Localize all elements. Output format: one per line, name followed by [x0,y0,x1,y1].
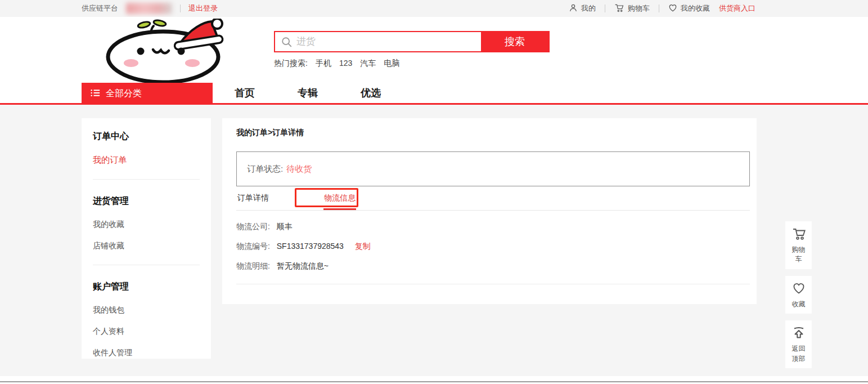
footer-strip [0,376,868,384]
logistics-info-section: 物流公司: 顺丰 物流编号: SF1331737928543 复制 物流明细: … [236,211,750,284]
divider [93,265,200,265]
float-toolbar: 购物车 收藏 返回顶部 [785,221,812,368]
sidebar-item-personal-profile[interactable]: 个人资料 [93,327,200,337]
nav-links: 首页 专辑 优选 [235,83,424,103]
active-tab-underline [323,208,356,210]
logistics-detail-value: 暂无物流信息~ [277,261,329,270]
logistics-company-value: 顺丰 [277,222,293,231]
page: 供应链平台 退出登录 我的 购物车 [0,0,868,384]
nav-link-selected[interactable]: 优选 [361,86,381,100]
order-detail-panel: 我的订单>订单详情 订单状态: 待收货 订单详情 物流信息 物流公司: 顺丰 物… [222,118,757,304]
float-favorite-label: 收藏 [791,300,807,309]
float-cart-button[interactable]: 购物车 [785,221,812,269]
divider [659,5,659,12]
copy-button[interactable]: 复制 [355,242,371,251]
nav-link-home[interactable]: 首页 [235,86,255,100]
search-input[interactable] [275,32,481,51]
footer-divider-line [0,381,868,382]
my-favorites-link[interactable]: 我的收藏 [668,3,710,14]
divider [93,179,200,180]
divider [605,5,605,12]
heart-icon [668,3,677,14]
my-account-label: 我的 [581,3,596,14]
sidebar-item-recipient-management[interactable]: 收件人管理 [93,348,200,358]
my-account-link[interactable]: 我的 [569,3,596,14]
all-categories-label: 全部分类 [106,88,142,100]
logistics-company-row: 物流公司: 顺丰 [236,222,750,232]
float-favorite-button[interactable]: 收藏 [785,276,812,314]
heart-icon [791,287,806,297]
float-cart-label: 购物车 [791,245,807,265]
order-status-box: 订单状态: 待收货 [236,151,750,186]
search-input-box [275,32,481,51]
logistics-number-label: 物流编号: [236,242,270,251]
order-status-label: 订单状态: [247,164,283,175]
my-favorites-label: 我的收藏 [681,3,710,14]
supplier-entry-link[interactable]: 供货商入口 [719,3,755,14]
back-to-top-label: 返回顶部 [791,344,807,364]
logistics-number-row: 物流编号: SF1331737928543 复制 [236,242,750,252]
logistics-company-label: 物流公司: [236,222,270,231]
cart-icon [614,3,624,14]
logistics-detail-row: 物流明细: 暂无物流信息~ [236,261,750,271]
sidebar-item-my-orders[interactable]: 我的订单 [93,155,200,166]
divider [180,5,181,12]
hot-keyword[interactable]: 手机 [316,59,331,69]
topbar-left: 供应链平台 退出登录 [82,0,218,17]
header: 搜索 热门搜索: 手机 123 汽车 电脑 [0,17,868,83]
sidebar-section-order-center: 订单中心 [93,131,200,142]
tab-order-detail[interactable]: 订单详情 [236,186,270,210]
logout-link[interactable]: 退出登录 [188,3,218,14]
topbar: 供应链平台 退出登录 我的 购物车 [0,0,868,17]
logistics-number-value: SF1331737928543 [277,242,344,251]
breadcrumb: 我的订单>订单详情 [222,118,757,138]
logistics-detail-label: 物流明细: [236,261,270,270]
hot-search: 热门搜索: 手机 123 汽车 电脑 [274,59,399,69]
user-icon [569,3,578,14]
sidebar-section-account-management: 账户管理 [93,281,200,293]
sidebar-section-purchase-management: 进货管理 [93,195,200,207]
hot-keyword[interactable]: 123 [339,59,352,69]
cart-link[interactable]: 购物车 [614,3,650,14]
navbar: 全部分类 首页 专辑 优选 [0,83,868,105]
cart-icon [791,233,806,242]
order-status-value: 待收货 [286,164,312,175]
tabs-row: 订单详情 物流信息 [236,186,750,211]
topbar-right: 我的 购物车 我的收藏 供货商入口 [569,0,755,17]
hot-search-label: 热门搜索: [274,59,308,69]
search-button[interactable]: 搜索 [481,32,548,51]
username-redacted [126,3,172,14]
search-icon [281,36,293,48]
sidebar: 订单中心 我的订单 进货管理 我的收藏 店铺收藏 账户管理 我的钱包 个人资料 … [82,118,211,359]
cart-label: 购物车 [628,3,650,14]
platform-label: 供应链平台 [82,3,118,14]
categories-menu-icon [91,89,100,99]
sidebar-item-my-favorites[interactable]: 我的收藏 [93,220,200,230]
hot-keyword[interactable]: 汽车 [360,59,376,69]
hot-keyword[interactable]: 电脑 [384,59,399,69]
search-bar: 搜索 [274,31,550,52]
tab-logistics-label: 物流信息 [324,193,356,203]
site-logo[interactable] [96,19,233,83]
arrow-up-to-bar-icon [791,332,806,341]
sidebar-item-store-favorites[interactable]: 店铺收藏 [93,241,200,251]
sidebar-item-my-wallet[interactable]: 我的钱包 [93,305,200,315]
nav-link-albums[interactable]: 专辑 [298,86,318,100]
tab-logistics-info[interactable]: 物流信息 [323,186,357,210]
all-categories-button[interactable]: 全部分类 [82,83,213,105]
back-to-top-button[interactable]: 返回顶部 [785,320,812,368]
